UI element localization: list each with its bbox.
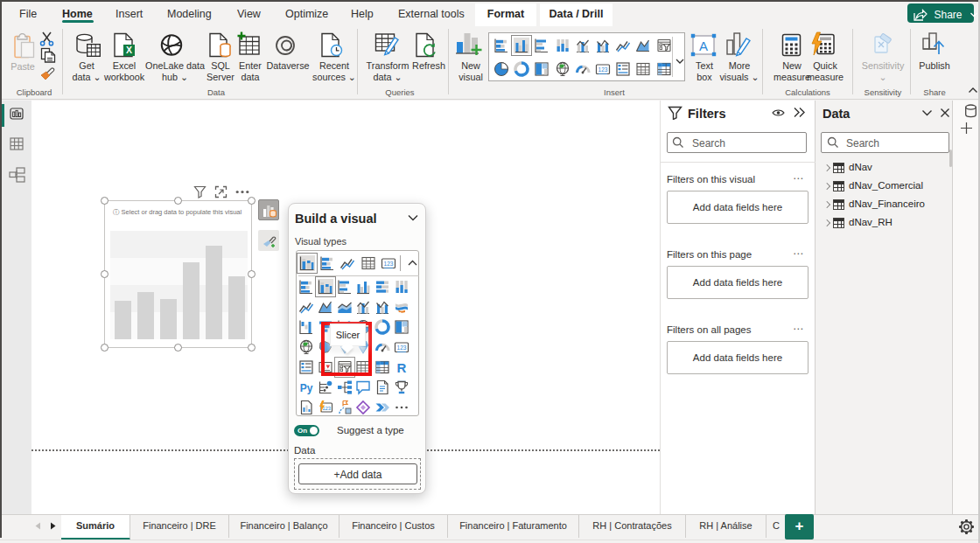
svg-text:123: 123 <box>397 345 407 351</box>
svg-text:123: 123 <box>598 66 608 73</box>
svg-text:123: 123 <box>383 261 393 267</box>
svg-text:X: X <box>126 45 132 55</box>
svg-text:Py: Py <box>300 382 313 394</box>
svg-text:R: R <box>397 359 407 374</box>
svg-text:A: A <box>699 38 708 53</box>
